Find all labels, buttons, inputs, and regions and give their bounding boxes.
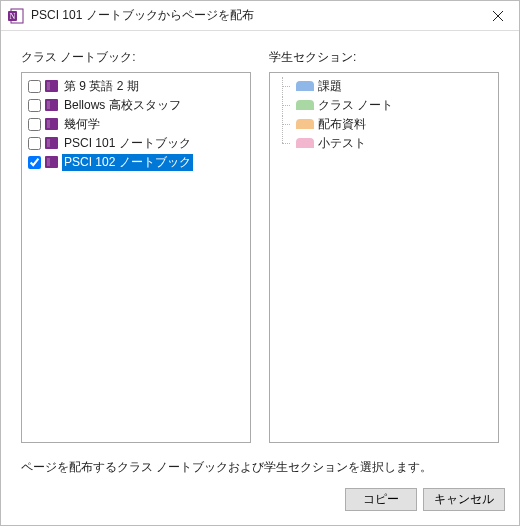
window-title: PSCI 101 ノートブックからページを配布 — [31, 7, 477, 24]
section-tab-icon — [296, 81, 314, 91]
notebook-icon — [45, 99, 58, 111]
student-sections-pane: 学生セクション: 課題クラス ノート配布資料小テスト — [269, 49, 499, 443]
section-label: クラス ノート — [318, 97, 393, 114]
notebook-label: Bellows 高校スタッフ — [62, 97, 183, 114]
section-label: 課題 — [318, 78, 342, 95]
notebook-checkbox[interactable] — [28, 137, 41, 150]
section-tab-icon — [296, 100, 314, 110]
onenote-icon: N — [7, 7, 25, 25]
notebook-item[interactable]: PSCI 101 ノートブック — [28, 134, 244, 152]
close-icon — [493, 11, 503, 21]
section-item[interactable]: クラス ノート — [276, 96, 492, 114]
content-area: クラス ノートブック: 第 9 英語 2 期Bellows 高校スタッフ幾何学P… — [1, 31, 519, 451]
section-label: 小テスト — [318, 135, 366, 152]
notebook-label: PSCI 101 ノートブック — [62, 135, 193, 152]
student-sections-heading: 学生セクション: — [269, 49, 499, 66]
section-tab-icon — [296, 138, 314, 148]
section-item[interactable]: 小テスト — [276, 134, 492, 152]
class-notebooks-pane: クラス ノートブック: 第 9 英語 2 期Bellows 高校スタッフ幾何学P… — [21, 49, 251, 443]
class-notebooks-heading: クラス ノートブック: — [21, 49, 251, 66]
notebook-item[interactable]: 幾何学 — [28, 115, 244, 133]
notebook-checkbox[interactable] — [28, 99, 41, 112]
notebook-checkbox[interactable] — [28, 156, 41, 169]
notebook-item[interactable]: PSCI 102 ノートブック — [28, 153, 244, 171]
notebook-label: 第 9 英語 2 期 — [62, 78, 141, 95]
notebook-icon — [45, 80, 58, 92]
notebook-icon — [45, 156, 58, 168]
notebook-checkbox[interactable] — [28, 118, 41, 131]
section-label: 配布資料 — [318, 116, 366, 133]
close-button[interactable] — [477, 1, 519, 31]
class-notebooks-list[interactable]: 第 9 英語 2 期Bellows 高校スタッフ幾何学PSCI 101 ノートブ… — [21, 72, 251, 443]
student-sections-list[interactable]: 課題クラス ノート配布資料小テスト — [269, 72, 499, 443]
notebook-item[interactable]: Bellows 高校スタッフ — [28, 96, 244, 114]
section-tab-icon — [296, 119, 314, 129]
notebook-icon — [45, 118, 58, 130]
notebook-label: PSCI 102 ノートブック — [62, 154, 193, 171]
tree-guide — [276, 115, 296, 133]
copy-button[interactable]: コピー — [345, 488, 417, 511]
notebook-label: 幾何学 — [62, 116, 102, 133]
instruction-text: ページを配布するクラス ノートブックおよび学生セクションを選択します。 — [1, 451, 519, 482]
svg-text:N: N — [10, 12, 16, 21]
tree-guide — [276, 134, 296, 152]
notebook-item[interactable]: 第 9 英語 2 期 — [28, 77, 244, 95]
cancel-button[interactable]: キャンセル — [423, 488, 505, 511]
section-item[interactable]: 配布資料 — [276, 115, 492, 133]
button-row: コピー キャンセル — [1, 482, 519, 525]
tree-guide — [276, 77, 296, 95]
titlebar: N PSCI 101 ノートブックからページを配布 — [1, 1, 519, 31]
notebook-icon — [45, 137, 58, 149]
notebook-checkbox[interactable] — [28, 80, 41, 93]
tree-guide — [276, 96, 296, 114]
section-item[interactable]: 課題 — [276, 77, 492, 95]
